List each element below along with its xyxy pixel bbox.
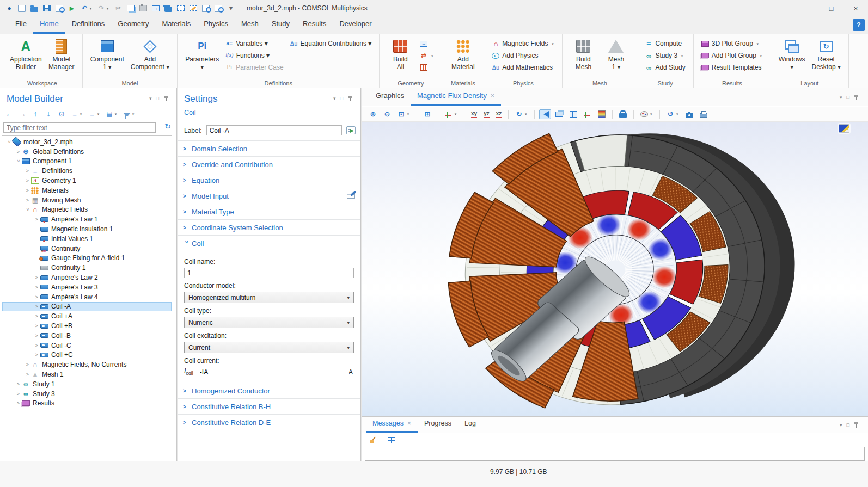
messages-tab-progress[interactable]: Progress bbox=[418, 416, 458, 433]
graphics-viewport[interactable] bbox=[362, 122, 868, 416]
twistie-icon[interactable]: > bbox=[33, 323, 40, 329]
field-select-coil-excitation[interactable]: Current▾ bbox=[184, 342, 354, 353]
ribbon-add-mathematics-button[interactable]: ΔuAdd Mathematics bbox=[489, 61, 557, 73]
redo-button[interactable]: ↷▾ bbox=[97, 4, 109, 13]
ribbon-application-builder-button[interactable]: AApplicationBuilder bbox=[7, 36, 45, 72]
float-panel-icon[interactable]: □ bbox=[847, 95, 849, 100]
select-box-button[interactable] bbox=[177, 5, 185, 11]
section-domain-selection[interactable]: >Domain Selection bbox=[178, 140, 360, 156]
twistie-icon[interactable]: > bbox=[15, 400, 22, 406]
menu-tab-developer[interactable]: Developer bbox=[333, 16, 378, 34]
float-panel-icon[interactable]: □ bbox=[847, 422, 849, 428]
field-input-coil-current[interactable] bbox=[197, 367, 345, 377]
ribbon-model-manager-button[interactable]: ModelManager bbox=[46, 36, 77, 72]
ribbon-variables-button[interactable]: a=Variables ▾ bbox=[223, 38, 286, 50]
section-material-type[interactable]: >Material Type bbox=[178, 204, 360, 219]
tree-item-gauge-fixing-for-a-field-1[interactable]: Gauge Fixing for A-field 1 bbox=[2, 254, 172, 263]
close-tab-icon[interactable]: × bbox=[491, 92, 494, 100]
import-button[interactable] bbox=[152, 5, 160, 11]
twistie-icon[interactable]: > bbox=[33, 352, 40, 357]
maximize-button[interactable]: □ bbox=[819, 0, 843, 16]
search-in-file-button[interactable] bbox=[202, 5, 210, 12]
copy-button[interactable] bbox=[127, 5, 135, 11]
tree-item-magnetic-fields[interactable]: >∩Magnetic Fields bbox=[2, 205, 172, 215]
ribbon-result-templates-button[interactable]: Result Templates bbox=[699, 61, 766, 73]
twistie-icon[interactable]: > bbox=[24, 362, 31, 367]
ribbon-virtual-operations-button[interactable] bbox=[417, 61, 437, 73]
color-legend-button[interactable] bbox=[596, 109, 608, 120]
twistie-icon[interactable]: > bbox=[15, 381, 22, 387]
tree-item-materials[interactable]: >Materials bbox=[2, 186, 172, 195]
clear-selection-button[interactable] bbox=[190, 5, 197, 11]
scene-light-button[interactable] bbox=[539, 109, 551, 119]
ribbon-add-plot-group-button[interactable]: Add Plot Group▾ bbox=[699, 50, 766, 61]
twistie-icon[interactable]: > bbox=[33, 275, 40, 280]
tree-item-study-1[interactable]: >∞Study 1 bbox=[2, 379, 172, 389]
graphics-tab-graphics[interactable]: Graphics bbox=[369, 88, 411, 106]
messages-tab-log[interactable]: Log bbox=[458, 416, 482, 433]
menu-tab-physics[interactable]: Physics bbox=[197, 16, 235, 34]
show-axes-button[interactable] bbox=[582, 109, 594, 119]
section-homogenized-conductor[interactable]: >Homogenized Conductor bbox=[178, 383, 360, 398]
tree-item-coil-b[interactable]: >Coil +B bbox=[2, 321, 172, 331]
menu-tab-mesh[interactable]: Mesh bbox=[235, 16, 265, 34]
label-field-input[interactable] bbox=[206, 125, 342, 135]
plot-window-icon[interactable] bbox=[839, 124, 849, 133]
pin-panel-icon[interactable] bbox=[854, 422, 861, 428]
tree-item-continuity[interactable]: Continuity bbox=[2, 244, 172, 254]
transparency-button[interactable] bbox=[553, 110, 565, 119]
menu-tab-home[interactable]: Home bbox=[33, 16, 65, 34]
tree-item-coil-a[interactable]: >Coil +A bbox=[2, 311, 172, 321]
tree-item-coil-a[interactable]: >Coil -A bbox=[2, 302, 172, 312]
tree-item-geometry-1[interactable]: >AGeometry 1 bbox=[2, 176, 172, 186]
menu-tab-file[interactable]: File bbox=[9, 16, 33, 34]
open-file-button[interactable] bbox=[30, 5, 38, 12]
ribbon-mesh-1-button[interactable]: Mesh1 ▾ bbox=[600, 36, 632, 72]
expand-all-button[interactable]: ≡▾ bbox=[71, 109, 83, 118]
view-lock-button[interactable] bbox=[617, 109, 629, 119]
ribbon-parameters-button[interactable]: PiParameters▾ bbox=[182, 36, 222, 72]
field-select-conductor-model[interactable]: Homogenized multiturn▾ bbox=[184, 292, 354, 303]
ribbon-study-3-button[interactable]: ∞Study 3▾ bbox=[642, 50, 688, 61]
tree-filter-input[interactable] bbox=[3, 122, 156, 133]
tree-item-motor-3d-2-mph[interactable]: >motor_3d_2.mph bbox=[2, 137, 172, 147]
ribbon-functions-button[interactable]: f(x)Functions ▾ bbox=[223, 50, 286, 61]
tree-item-global-definitions[interactable]: >⊕Global Definitions bbox=[2, 147, 172, 157]
pin-panel-icon[interactable] bbox=[163, 96, 171, 101]
tree-item-coil-b[interactable]: >Coil -B bbox=[2, 331, 172, 341]
ribbon-import-geometry-button[interactable] bbox=[417, 38, 437, 50]
tree-item-magnetic-fields-no-currents[interactable]: >∩Magnetic Fields, No Currents bbox=[2, 360, 172, 369]
menu-tab-geometry[interactable]: Geometry bbox=[111, 16, 155, 34]
zoom-extents-button[interactable]: ⊞ bbox=[421, 108, 433, 120]
tree-item-magnetic-insulation-1[interactable]: Magnetic Insulation 1 bbox=[2, 224, 172, 234]
tree-item-study-3[interactable]: >∞Study 3 bbox=[2, 389, 172, 399]
section-equation[interactable]: >Equation bbox=[178, 172, 360, 188]
section-constitutive-relation-d-e[interactable]: >Constitutive Relation D-E bbox=[178, 414, 360, 430]
nav-forward-button[interactable]: → bbox=[19, 109, 26, 118]
collapse-all-button[interactable]: ≡▾ bbox=[88, 109, 100, 118]
zoom-out-button[interactable]: ⊖ bbox=[381, 108, 393, 120]
move-up-button[interactable]: ↑ bbox=[32, 109, 39, 118]
minimize-button[interactable]: – bbox=[794, 0, 819, 16]
section-coil[interactable]: >Coil bbox=[178, 235, 360, 251]
undo-button[interactable]: ↶▾ bbox=[81, 4, 93, 13]
tree-item-coil-c[interactable]: >Coil -C bbox=[2, 341, 172, 350]
ribbon-magnetic-fields-button[interactable]: ∩Magnetic Fields▾ bbox=[489, 38, 557, 50]
section-override-and-contribution[interactable]: >Override and Contribution bbox=[178, 156, 360, 172]
view-yz-button[interactable]: yz bbox=[481, 108, 492, 120]
twistie-icon[interactable]: > bbox=[24, 168, 31, 174]
ribbon-equation-contributions-button[interactable]: ΔuEquation Contributions ▾ bbox=[288, 38, 375, 50]
tree-item-results[interactable]: >Results bbox=[2, 399, 172, 409]
ribbon-rebuild-geometry-button[interactable]: ⇄▾ bbox=[417, 50, 437, 61]
tree-item-component-1[interactable]: >Component 1 bbox=[2, 157, 172, 167]
ribbon-parameter-case-button[interactable]: PiParameter Case bbox=[223, 61, 286, 73]
tree-item-amp-re-s-law-2[interactable]: >Ampère's Law 2 bbox=[2, 273, 172, 282]
rotate-view-button[interactable]: ↻▾ bbox=[513, 108, 530, 120]
view-xz-button[interactable]: xz bbox=[494, 108, 504, 120]
tree-item-mesh-1[interactable]: >▲Mesh 1 bbox=[2, 369, 172, 379]
twistie-icon[interactable]: > bbox=[25, 206, 30, 213]
tree-item-moving-mesh[interactable]: >▦Moving Mesh bbox=[2, 195, 172, 205]
ribbon-component-1-button[interactable]: Component1 ▾ bbox=[88, 36, 127, 72]
save-button[interactable] bbox=[43, 5, 51, 11]
nav-back-button[interactable]: ← bbox=[5, 109, 13, 118]
